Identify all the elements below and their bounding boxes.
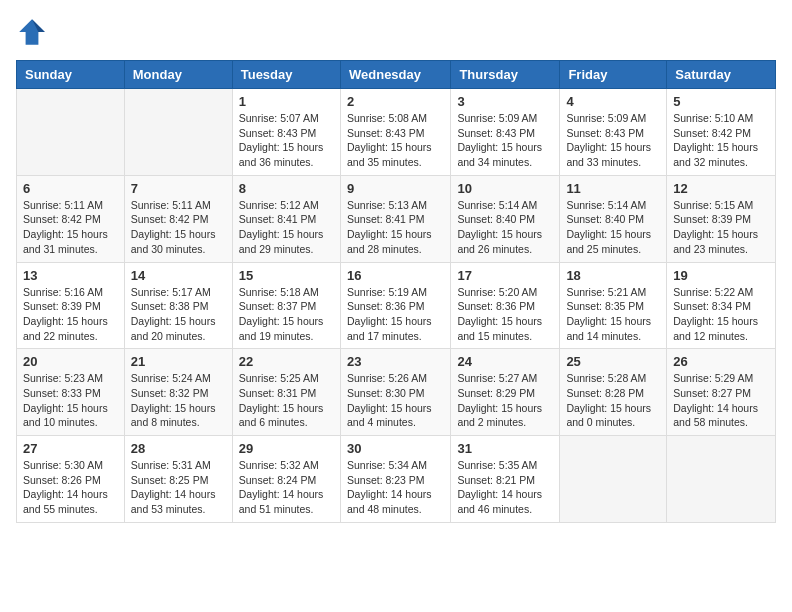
day-info: Sunrise: 5:26 AMSunset: 8:30 PMDaylight:… [347,371,444,430]
day-info: Sunrise: 5:28 AMSunset: 8:28 PMDaylight:… [566,371,660,430]
calendar-cell: 9Sunrise: 5:13 AMSunset: 8:41 PMDaylight… [340,175,450,262]
calendar-cell: 5Sunrise: 5:10 AMSunset: 8:42 PMDaylight… [667,89,776,176]
day-number: 17 [457,268,553,283]
day-info: Sunrise: 5:30 AMSunset: 8:26 PMDaylight:… [23,458,118,517]
day-header-saturday: Saturday [667,61,776,89]
day-number: 21 [131,354,226,369]
day-info: Sunrise: 5:18 AMSunset: 8:37 PMDaylight:… [239,285,334,344]
calendar-cell: 27Sunrise: 5:30 AMSunset: 8:26 PMDayligh… [17,436,125,523]
day-header-monday: Monday [124,61,232,89]
page-header [16,16,776,48]
day-number: 29 [239,441,334,456]
calendar-cell: 26Sunrise: 5:29 AMSunset: 8:27 PMDayligh… [667,349,776,436]
day-info: Sunrise: 5:23 AMSunset: 8:33 PMDaylight:… [23,371,118,430]
day-number: 15 [239,268,334,283]
day-info: Sunrise: 5:19 AMSunset: 8:36 PMDaylight:… [347,285,444,344]
day-number: 26 [673,354,769,369]
day-header-tuesday: Tuesday [232,61,340,89]
day-number: 20 [23,354,118,369]
day-number: 4 [566,94,660,109]
day-number: 27 [23,441,118,456]
day-info: Sunrise: 5:08 AMSunset: 8:43 PMDaylight:… [347,111,444,170]
day-number: 19 [673,268,769,283]
day-info: Sunrise: 5:27 AMSunset: 8:29 PMDaylight:… [457,371,553,430]
day-header-friday: Friday [560,61,667,89]
calendar-cell [667,436,776,523]
day-number: 1 [239,94,334,109]
day-info: Sunrise: 5:25 AMSunset: 8:31 PMDaylight:… [239,371,334,430]
day-info: Sunrise: 5:31 AMSunset: 8:25 PMDaylight:… [131,458,226,517]
day-number: 24 [457,354,553,369]
calendar-cell: 11Sunrise: 5:14 AMSunset: 8:40 PMDayligh… [560,175,667,262]
calendar-cell [17,89,125,176]
day-info: Sunrise: 5:14 AMSunset: 8:40 PMDaylight:… [457,198,553,257]
day-number: 2 [347,94,444,109]
calendar-cell: 21Sunrise: 5:24 AMSunset: 8:32 PMDayligh… [124,349,232,436]
calendar-header-row: SundayMondayTuesdayWednesdayThursdayFrid… [17,61,776,89]
day-number: 5 [673,94,769,109]
calendar-cell: 15Sunrise: 5:18 AMSunset: 8:37 PMDayligh… [232,262,340,349]
logo-icon [16,16,48,48]
calendar-cell: 25Sunrise: 5:28 AMSunset: 8:28 PMDayligh… [560,349,667,436]
day-number: 12 [673,181,769,196]
day-number: 30 [347,441,444,456]
calendar-cell: 10Sunrise: 5:14 AMSunset: 8:40 PMDayligh… [451,175,560,262]
day-number: 11 [566,181,660,196]
day-info: Sunrise: 5:07 AMSunset: 8:43 PMDaylight:… [239,111,334,170]
day-info: Sunrise: 5:09 AMSunset: 8:43 PMDaylight:… [457,111,553,170]
day-info: Sunrise: 5:11 AMSunset: 8:42 PMDaylight:… [23,198,118,257]
day-header-wednesday: Wednesday [340,61,450,89]
day-number: 16 [347,268,444,283]
day-info: Sunrise: 5:14 AMSunset: 8:40 PMDaylight:… [566,198,660,257]
day-info: Sunrise: 5:17 AMSunset: 8:38 PMDaylight:… [131,285,226,344]
calendar-cell: 13Sunrise: 5:16 AMSunset: 8:39 PMDayligh… [17,262,125,349]
day-info: Sunrise: 5:12 AMSunset: 8:41 PMDaylight:… [239,198,334,257]
day-info: Sunrise: 5:34 AMSunset: 8:23 PMDaylight:… [347,458,444,517]
day-number: 14 [131,268,226,283]
calendar-cell: 24Sunrise: 5:27 AMSunset: 8:29 PMDayligh… [451,349,560,436]
calendar-week-row: 6Sunrise: 5:11 AMSunset: 8:42 PMDaylight… [17,175,776,262]
calendar-cell: 7Sunrise: 5:11 AMSunset: 8:42 PMDaylight… [124,175,232,262]
calendar-cell: 18Sunrise: 5:21 AMSunset: 8:35 PMDayligh… [560,262,667,349]
calendar-cell [560,436,667,523]
day-info: Sunrise: 5:15 AMSunset: 8:39 PMDaylight:… [673,198,769,257]
day-number: 10 [457,181,553,196]
day-info: Sunrise: 5:22 AMSunset: 8:34 PMDaylight:… [673,285,769,344]
day-info: Sunrise: 5:16 AMSunset: 8:39 PMDaylight:… [23,285,118,344]
day-number: 9 [347,181,444,196]
calendar-cell: 20Sunrise: 5:23 AMSunset: 8:33 PMDayligh… [17,349,125,436]
day-number: 23 [347,354,444,369]
calendar-cell: 30Sunrise: 5:34 AMSunset: 8:23 PMDayligh… [340,436,450,523]
calendar-cell: 1Sunrise: 5:07 AMSunset: 8:43 PMDaylight… [232,89,340,176]
calendar-cell: 17Sunrise: 5:20 AMSunset: 8:36 PMDayligh… [451,262,560,349]
day-number: 7 [131,181,226,196]
day-number: 8 [239,181,334,196]
calendar-cell: 28Sunrise: 5:31 AMSunset: 8:25 PMDayligh… [124,436,232,523]
day-number: 28 [131,441,226,456]
calendar-cell: 8Sunrise: 5:12 AMSunset: 8:41 PMDaylight… [232,175,340,262]
calendar-cell: 22Sunrise: 5:25 AMSunset: 8:31 PMDayligh… [232,349,340,436]
calendar-week-row: 27Sunrise: 5:30 AMSunset: 8:26 PMDayligh… [17,436,776,523]
day-header-sunday: Sunday [17,61,125,89]
day-number: 13 [23,268,118,283]
day-number: 3 [457,94,553,109]
calendar-table: SundayMondayTuesdayWednesdayThursdayFrid… [16,60,776,523]
calendar-week-row: 20Sunrise: 5:23 AMSunset: 8:33 PMDayligh… [17,349,776,436]
calendar-cell: 23Sunrise: 5:26 AMSunset: 8:30 PMDayligh… [340,349,450,436]
calendar-week-row: 13Sunrise: 5:16 AMSunset: 8:39 PMDayligh… [17,262,776,349]
day-info: Sunrise: 5:20 AMSunset: 8:36 PMDaylight:… [457,285,553,344]
day-info: Sunrise: 5:10 AMSunset: 8:42 PMDaylight:… [673,111,769,170]
day-info: Sunrise: 5:11 AMSunset: 8:42 PMDaylight:… [131,198,226,257]
calendar-cell [124,89,232,176]
day-header-thursday: Thursday [451,61,560,89]
day-info: Sunrise: 5:24 AMSunset: 8:32 PMDaylight:… [131,371,226,430]
calendar-cell: 19Sunrise: 5:22 AMSunset: 8:34 PMDayligh… [667,262,776,349]
calendar-cell: 16Sunrise: 5:19 AMSunset: 8:36 PMDayligh… [340,262,450,349]
calendar-cell: 12Sunrise: 5:15 AMSunset: 8:39 PMDayligh… [667,175,776,262]
calendar-week-row: 1Sunrise: 5:07 AMSunset: 8:43 PMDaylight… [17,89,776,176]
day-number: 6 [23,181,118,196]
calendar-cell: 29Sunrise: 5:32 AMSunset: 8:24 PMDayligh… [232,436,340,523]
calendar-cell: 2Sunrise: 5:08 AMSunset: 8:43 PMDaylight… [340,89,450,176]
day-number: 18 [566,268,660,283]
logo [16,16,52,48]
